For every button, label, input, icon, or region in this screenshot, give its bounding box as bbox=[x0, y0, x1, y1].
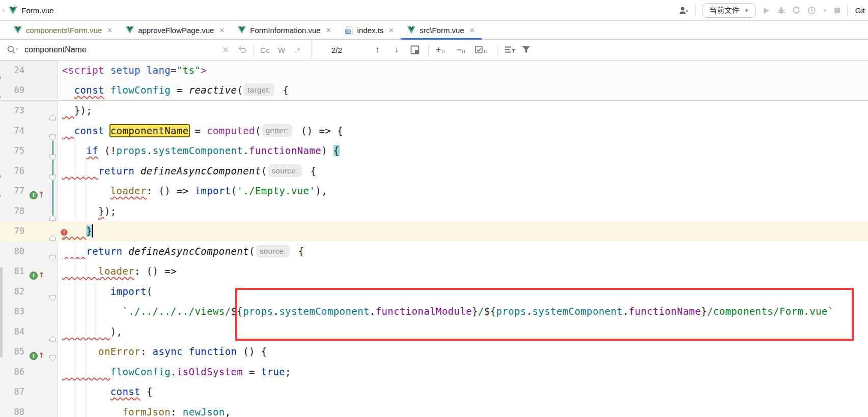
edge-scrollbar-thumb[interactable] bbox=[0, 267, 3, 358]
code-line-24[interactable]: 24<script setup lang="ts"> bbox=[0, 61, 868, 81]
clipped-edge-line-number: 6 bbox=[0, 73, 1, 82]
code-line-76[interactable]: 76 return defineAsyncComponent(source: { bbox=[0, 161, 868, 182]
line-number[interactable]: 77 bbox=[0, 181, 24, 201]
run-icon[interactable] bbox=[762, 7, 770, 15]
typescript-file-icon: TS bbox=[345, 26, 353, 35]
code-token: . bbox=[243, 145, 249, 156]
add-selection-icon[interactable]: +II bbox=[436, 40, 445, 60]
code-line-81[interactable]: 81I↑ loader: () => bbox=[0, 261, 868, 282]
code-token: const bbox=[74, 125, 104, 136]
svg-text:!: ! bbox=[63, 229, 65, 235]
line-number[interactable]: 69 bbox=[0, 80, 24, 101]
code-line-77[interactable]: 77I↑ loader: () => import('./Empty.vue')… bbox=[0, 181, 868, 201]
line-number[interactable]: 88 bbox=[0, 402, 24, 417]
line-number[interactable]: 83 bbox=[0, 302, 24, 322]
line-number[interactable]: 24 bbox=[0, 61, 24, 81]
search-history-icon[interactable] bbox=[237, 40, 247, 60]
code-editor[interactable]: 73 });74 const componentName = computed(… bbox=[0, 61, 868, 417]
line-number[interactable]: 79 bbox=[0, 221, 24, 242]
profiler-clock-icon[interactable] bbox=[807, 6, 816, 15]
editor-tab-approveFlowPage.vue[interactable]: approveFlowPage.vue✕ bbox=[119, 21, 231, 39]
code-line-74[interactable]: 74 const componentName = computed(getter… bbox=[0, 121, 868, 141]
code-line-78[interactable]: 78 }); bbox=[0, 201, 868, 222]
user-icon[interactable] bbox=[679, 6, 689, 15]
code-token bbox=[183, 346, 189, 357]
line-number[interactable]: 74 bbox=[0, 121, 24, 141]
clear-search-icon[interactable]: ✕ bbox=[222, 40, 229, 60]
code-token: { bbox=[277, 84, 289, 96]
parameter-hint-chip: target: bbox=[244, 83, 274, 96]
git-menu-label[interactable]: Git bbox=[854, 6, 865, 15]
matched-brace-highlight: } bbox=[86, 225, 92, 236]
code-token: function bbox=[189, 346, 237, 357]
close-icon[interactable]: ✕ bbox=[469, 26, 475, 34]
code-line-75[interactable]: 75 if (!props.systemComponent.functionNa… bbox=[0, 141, 868, 161]
code-token bbox=[134, 165, 141, 176]
code-token: return bbox=[86, 246, 122, 257]
filter-lines-icon[interactable] bbox=[505, 40, 516, 60]
filter-funnel-icon[interactable] bbox=[522, 40, 530, 60]
remove-selection-icon[interactable]: −II bbox=[456, 40, 465, 60]
vue-logo-icon bbox=[9, 7, 17, 14]
code-line-73[interactable]: 73 }); bbox=[0, 101, 868, 121]
tab-label: approveFlowPage.vue bbox=[138, 26, 214, 35]
line-number[interactable]: 86 bbox=[0, 362, 24, 382]
line-number[interactable]: 82 bbox=[0, 282, 24, 302]
current-file-button[interactable]: 当前文件 ▼ bbox=[703, 3, 755, 18]
regex-toggle[interactable]: .* bbox=[295, 40, 300, 60]
code-line-79[interactable]: 79! } bbox=[0, 221, 868, 242]
profiler-dropdown-icon[interactable]: ▼ bbox=[823, 8, 827, 13]
match-case-toggle[interactable]: Cc bbox=[260, 40, 270, 60]
stop-icon[interactable] bbox=[834, 7, 841, 14]
line-number[interactable]: 87 bbox=[0, 382, 24, 402]
editor-tab-index.ts[interactable]: TSindex.ts✕ bbox=[338, 21, 401, 39]
code-line-87[interactable]: 87 const { bbox=[0, 382, 868, 402]
next-match-down-arrow-icon[interactable]: ↓ bbox=[395, 40, 399, 60]
line-number[interactable]: 85 bbox=[0, 342, 24, 362]
code-line-85[interactable]: 85I↑ onError: async function () { bbox=[0, 342, 868, 362]
line-number[interactable]: 73 bbox=[0, 101, 24, 121]
code-token: : () => bbox=[134, 265, 177, 277]
code-token bbox=[62, 205, 98, 217]
code-token: : bbox=[171, 406, 183, 417]
line-number[interactable]: 80 bbox=[0, 242, 24, 262]
line-number[interactable]: 75 bbox=[0, 141, 24, 161]
code-token: `./../../../views/ bbox=[122, 306, 231, 317]
title-bar: › Form.vue 当前文件 ▼ bbox=[0, 0, 868, 21]
debug-bug-icon[interactable] bbox=[777, 6, 786, 15]
code-token: defineAsyncComponent bbox=[128, 246, 249, 257]
line-number[interactable]: 76 bbox=[0, 161, 24, 182]
search-input[interactable]: componentName bbox=[24, 40, 87, 60]
close-icon[interactable]: ✕ bbox=[107, 26, 113, 34]
prev-match-up-arrow-icon[interactable]: ↑ bbox=[375, 40, 380, 60]
close-icon[interactable]: ✕ bbox=[388, 26, 394, 34]
close-icon[interactable]: ✕ bbox=[326, 26, 331, 34]
editor-tab-FormInformation.vue[interactable]: FormInformation.vue✕ bbox=[231, 21, 338, 39]
run-with-coverage-icon[interactable] bbox=[792, 6, 801, 15]
sticky-context-lines: 24<script setup lang="ts">69 const flowC… bbox=[0, 61, 868, 101]
code-token bbox=[104, 84, 110, 96]
code-token: : bbox=[141, 346, 153, 357]
code-token: } bbox=[98, 205, 104, 217]
code-line-80[interactable]: 80 return defineAsyncComponent(source: { bbox=[0, 242, 868, 262]
code-line-88[interactable]: 88 formJson: newJson, bbox=[0, 402, 868, 417]
code-token: ( bbox=[261, 165, 267, 176]
code-token: flowConfig bbox=[110, 84, 171, 96]
line-number[interactable]: 78 bbox=[0, 201, 24, 222]
clipped-edge-line-number: 5 bbox=[0, 191, 1, 200]
close-icon[interactable]: ✕ bbox=[219, 26, 225, 34]
select-all-occurrences-icon[interactable]: II bbox=[475, 40, 487, 60]
code-line-69[interactable]: 69 const flowConfig = reactive(target: { bbox=[0, 80, 868, 101]
code-token: = bbox=[189, 125, 207, 136]
code-token bbox=[62, 346, 98, 357]
search-field-divider bbox=[311, 40, 312, 61]
search-icon[interactable] bbox=[7, 40, 19, 60]
open-in-find-window-icon[interactable] bbox=[410, 40, 419, 60]
code-token bbox=[62, 145, 86, 156]
editor-tab-src-Form.vue[interactable]: src\Form.vue✕ bbox=[401, 21, 481, 39]
whole-words-toggle[interactable]: W bbox=[278, 40, 286, 60]
code-line-86[interactable]: 86 flowConfig.isOldSystem = true; bbox=[0, 362, 868, 382]
line-number[interactable]: 81 bbox=[0, 261, 24, 282]
editor-tab-components-Form.vue[interactable]: components\Form.vue✕ bbox=[7, 21, 119, 39]
line-number[interactable]: 84 bbox=[0, 322, 24, 342]
